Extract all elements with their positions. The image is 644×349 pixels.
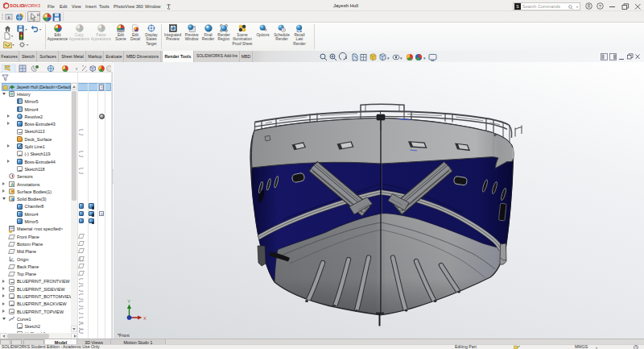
- svg-text:X: X: [143, 316, 147, 321]
- svg-text:?: ?: [599, 4, 602, 9]
- svg-text:Y: Y: [127, 299, 130, 304]
- svg-text:‹: ‹: [76, 66, 78, 72]
- svg-text:▾: ▾: [387, 56, 390, 60]
- svg-text:WORKS: WORKS: [23, 3, 41, 8]
- svg-text:▾: ▾: [400, 56, 402, 60]
- svg-text:▾: ▾: [423, 56, 426, 60]
